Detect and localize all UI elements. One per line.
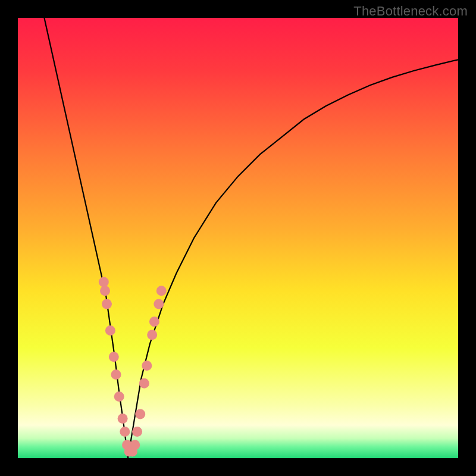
data-marker xyxy=(130,440,140,450)
data-marker xyxy=(135,409,145,419)
data-marker xyxy=(132,427,142,437)
data-marker xyxy=(109,352,119,362)
data-marker xyxy=(154,299,164,309)
data-marker xyxy=(120,427,130,437)
data-marker xyxy=(118,414,128,424)
chart-svg xyxy=(18,18,458,458)
data-marker xyxy=(99,277,109,287)
watermark-text: TheBottleneck.com xyxy=(353,4,468,19)
data-marker xyxy=(114,392,124,402)
data-marker xyxy=(149,317,159,327)
data-marker xyxy=(100,286,110,296)
data-marker xyxy=(147,330,157,340)
data-marker xyxy=(142,361,152,371)
chart-frame: TheBottleneck.com xyxy=(0,0,476,476)
data-marker xyxy=(102,299,112,309)
data-marker xyxy=(111,369,121,380)
plot-area xyxy=(18,18,458,458)
data-marker xyxy=(139,378,149,389)
data-marker xyxy=(105,325,115,336)
bottleneck-curve xyxy=(44,18,458,458)
data-marker xyxy=(156,286,167,296)
